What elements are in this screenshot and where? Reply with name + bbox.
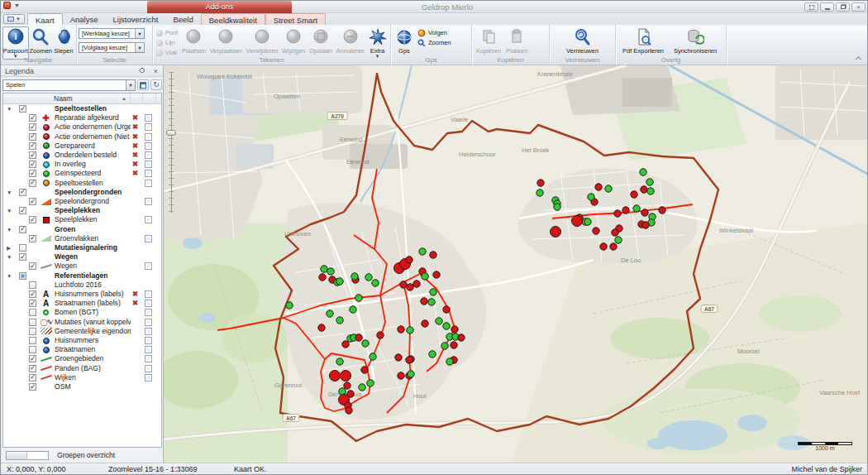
map-marker-green[interactable] (351, 273, 358, 280)
legend-close-icon[interactable]: × (154, 65, 158, 77)
legend-checkbox[interactable] (29, 216, 36, 223)
legend-row[interactable]: Actie ondernemen (Urgent 1/2)✖ (3, 122, 161, 132)
paspoort-button[interactable]: i Paspoort ▼ (2, 26, 29, 60)
map-marker-red[interactable] (398, 326, 404, 333)
map-marker-red[interactable] (341, 371, 351, 381)
volglaag-dropdown[interactable]: [Volglaag keuze] ▼ (79, 42, 145, 53)
legend-checkbox[interactable] (29, 337, 36, 344)
restore-button[interactable] (836, 2, 850, 12)
legend-checkbox[interactable] (29, 319, 36, 326)
kopieren-button[interactable]: Kopiëren (474, 26, 503, 56)
map-marker-green[interactable] (327, 310, 333, 317)
map-marker-red[interactable] (330, 371, 341, 381)
map-marker-green[interactable] (321, 266, 327, 272)
map-marker-red[interactable] (430, 252, 436, 258)
delete-layer-button[interactable]: ✖ (132, 290, 138, 299)
tab-street-smart[interactable]: Street Smart (265, 13, 326, 25)
map-marker-green[interactable] (428, 299, 435, 305)
map-marker-green[interactable] (408, 371, 414, 377)
legend-checkbox[interactable] (29, 300, 36, 307)
map-marker-green[interactable] (605, 185, 612, 192)
zoom-slider-handle[interactable] (166, 130, 176, 136)
delete-layer-button[interactable]: ✖ (132, 299, 138, 308)
map-marker-green[interactable] (436, 318, 442, 324)
layer-detail-button[interactable] (145, 123, 152, 131)
map-marker-green[interactable] (365, 274, 372, 281)
tab-kaart[interactable]: Kaart (27, 13, 63, 25)
delete-layer-button[interactable]: ✖ (132, 142, 138, 151)
legend-checkbox[interactable] (29, 281, 36, 289)
punt-option[interactable]: Punt (155, 28, 179, 37)
legend-checkbox[interactable] (29, 151, 36, 159)
legend-row[interactable]: In overleg✖ (3, 160, 161, 169)
map-marker-red[interactable] (398, 372, 404, 379)
vernieuwen-button[interactable]: Vernieuwen (564, 26, 601, 56)
map-marker-green[interactable] (362, 340, 369, 347)
map-marker-red[interactable] (600, 243, 607, 250)
map-marker-red[interactable] (451, 342, 457, 348)
legend-checkbox[interactable] (29, 374, 36, 381)
legend-checkbox[interactable] (29, 355, 36, 362)
map-marker-green[interactable] (443, 323, 450, 329)
legend-checkbox[interactable] (19, 244, 26, 252)
map-marker-green[interactable] (646, 179, 653, 185)
slepen-button[interactable]: Slepen (53, 26, 74, 56)
legend-row[interactable]: ✚Reparatie afgekeurd✖ (3, 113, 161, 122)
legend-checkbox[interactable] (29, 170, 36, 177)
legend-row[interactable]: Gerepareerd✖ (3, 142, 161, 151)
legend-row[interactable]: Straatnamen (3, 345, 161, 354)
legend-checkbox[interactable] (29, 123, 36, 131)
refresh-legend-button[interactable]: ↻ (150, 79, 162, 90)
legend-checkbox[interactable] (19, 207, 26, 214)
legend-row[interactable]: Gemeentelijke eigendommen (3, 327, 161, 336)
delete-layer-button[interactable]: ✖ (132, 132, 138, 142)
plakken-button[interactable]: Plakken (503, 26, 531, 56)
groepen-overzicht-toggle[interactable] (6, 451, 49, 460)
map-marker-red[interactable] (318, 324, 325, 331)
layer-detail-button[interactable] (145, 374, 152, 381)
map-marker-green[interactable] (647, 188, 654, 194)
opslaan-button[interactable]: Opslaan (308, 26, 335, 56)
layer-detail-button[interactable] (145, 133, 152, 141)
legend-checkbox[interactable] (29, 290, 36, 298)
expander-open-icon[interactable]: ▼ (7, 271, 12, 281)
delete-layer-button[interactable]: ✖ (132, 169, 138, 178)
tab-lijstoverzicht[interactable]: Lijstoverzicht (106, 13, 166, 25)
legend-row[interactable]: ◯✎∕Mutaties (vanuit koppelvlak) (3, 318, 161, 327)
legend-checkbox[interactable] (29, 180, 36, 187)
map-marker-green[interactable] (336, 278, 343, 285)
legend-checkbox[interactable] (19, 226, 26, 233)
legend-filter-dropdown[interactable]: Spelen ▼ (2, 79, 136, 91)
delete-layer-button[interactable]: ✖ (132, 113, 138, 122)
legend-row[interactable]: Wijken (3, 373, 161, 382)
legend-row[interactable]: Onderdelen besteld✖ (3, 151, 161, 160)
expander-open-icon[interactable]: ▼ (7, 188, 12, 197)
zoomen-button[interactable]: Zoomen (29, 26, 53, 56)
legend-row[interactable]: OSM (3, 382, 161, 391)
map-marker-green[interactable] (554, 204, 560, 210)
map-marker-red[interactable] (622, 207, 629, 214)
save-legend-button[interactable] (137, 79, 149, 90)
legend-row[interactable]: ▼Groen (3, 225, 161, 234)
map-marker-red[interactable] (610, 243, 617, 250)
map-marker-green[interactable] (537, 190, 543, 196)
map-marker-green[interactable] (640, 169, 646, 175)
map-marker-red[interactable] (346, 407, 352, 414)
legend-checkbox[interactable] (19, 105, 26, 113)
map-marker-red[interactable] (593, 228, 599, 234)
layer-detail-button[interactable] (145, 216, 152, 223)
extra-button[interactable]: Extra ▼ (366, 26, 389, 60)
layer-detail-button[interactable] (145, 346, 152, 353)
layer-detail-button[interactable] (145, 337, 152, 344)
tab-beeld[interactable]: Beeld (165, 13, 200, 25)
map-marker-red[interactable] (433, 271, 440, 278)
map-marker-green[interactable] (286, 302, 293, 309)
map-marker-red[interactable] (361, 367, 368, 373)
layer-detail-button[interactable] (145, 319, 152, 326)
legend-checkbox[interactable] (19, 253, 26, 261)
fullscreen-button[interactable] (804, 2, 818, 12)
map-marker-green[interactable] (372, 280, 379, 286)
map-marker-red[interactable] (406, 357, 413, 363)
expander-open-icon[interactable]: ▼ (7, 206, 12, 215)
map-marker-green[interactable] (367, 380, 374, 386)
